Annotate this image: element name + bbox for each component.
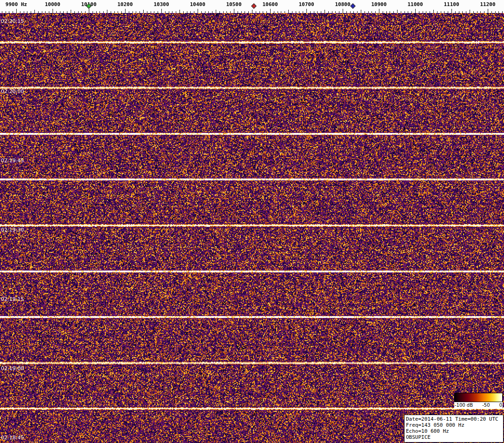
freq-tick-label: 11000 (407, 1, 423, 7)
info-line-freq: Freq=143 050 000 Hz (406, 422, 502, 428)
info-line-station: OBSUPICE (406, 434, 502, 440)
freq-tick-label: 10800 (335, 1, 350, 7)
scale-mid-label: -50 (482, 403, 490, 408)
info-line-echo: Echo=10 600 Hz (406, 428, 502, 434)
freq-tick-label: 10000 (45, 1, 60, 7)
scale-max-label: 0 (499, 403, 502, 408)
freq-tick-label: 11200 (480, 1, 495, 7)
spectrogram-app: 9900 Hz100001010010200103001040010500106… (0, 0, 504, 443)
intensity-gradient-bar (454, 393, 503, 402)
freq-tick-label: 10600 (262, 1, 278, 7)
intensity-scale-labels: -100 dB -50 0 (454, 402, 503, 409)
scale-min-label: -100 dB (455, 403, 473, 408)
freq-tick-label: 10400 (190, 1, 205, 7)
freq-tick-label: 10200 (117, 1, 133, 7)
intensity-scale-legend: -100 dB -50 0 (454, 393, 503, 409)
freq-tick-label: 10700 (298, 1, 314, 7)
freq-tick-label: 10500 (226, 1, 241, 7)
spectrogram-canvas (0, 13, 504, 443)
freq-tick-label: 10300 (153, 1, 169, 7)
info-line-date: Date=2014-06-11 Time=00:20 UTC (406, 416, 502, 422)
frequency-axis: 9900 Hz100001010010200103001040010500106… (0, 0, 504, 13)
observation-info-box: Date=2014-06-11 Time=00:20 UTC Freq=143 … (404, 415, 504, 443)
freq-tick-label: 9900 Hz (6, 1, 27, 7)
freq-tick-label: 10900 (371, 1, 386, 7)
freq-tick-label: 11100 (444, 1, 459, 7)
